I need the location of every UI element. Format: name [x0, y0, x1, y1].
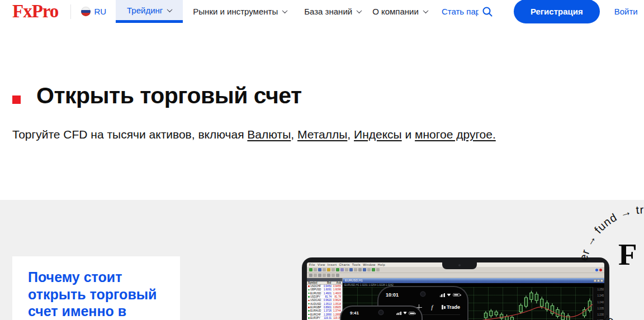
ohlc-readout: EURUSD,H1 1.0231 1.0254 1.0228 1.0242: [343, 283, 604, 287]
wifi-icon: [447, 294, 451, 297]
fxpro-watermark-letter: F: [618, 239, 637, 270]
trade-label: Trade: [447, 304, 460, 310]
link-indices[interactable]: Индексы: [354, 128, 402, 141]
wifi-icon: [403, 312, 407, 314]
status-icons: [440, 293, 460, 297]
battery-icon: [409, 312, 415, 315]
status-icons: [396, 312, 415, 315]
nav-item-trading[interactable]: Трейдинг: [116, 0, 183, 23]
partner-link[interactable]: Стать пар: [442, 7, 479, 16]
laptop-camera-notch: [442, 262, 477, 269]
phone-clock: 10:01: [386, 292, 399, 298]
nav-divider: [70, 4, 71, 19]
fxpro-logo[interactable]: FxPro: [12, 0, 58, 23]
objects-icon: [442, 305, 446, 309]
page: FxPro RU Трейдинг Рынки и инструменты Ба…: [0, 0, 644, 320]
window-buttons: [594, 278, 603, 283]
nav-item-knowledge[interactable]: База знаний: [304, 0, 361, 23]
market-watch-panel: SymbolBidAsk USDCHF0.94500.9455GBPUSD1.6…: [307, 278, 343, 320]
indicator-icon: f: [431, 304, 433, 311]
language-label: RU: [94, 7, 106, 16]
mt4-toolbar-right-icons: [595, 269, 602, 271]
link-metals[interactable]: Металлы: [297, 128, 347, 141]
signal-icon: [396, 312, 401, 315]
why-fxpro-card: Почему стоит открыть торговый счет именн…: [12, 256, 180, 320]
signal-icon: [440, 293, 445, 297]
page-subtitle: Торгуйте CFD на тысячи активов, включая …: [12, 127, 636, 142]
register-button[interactable]: Регистрация: [514, 0, 600, 23]
login-link[interactable]: Войти: [614, 7, 638, 16]
search-button[interactable]: [481, 6, 494, 18]
chevron-down-icon: [282, 8, 288, 13]
red-square-bullet: [12, 95, 21, 104]
phone-mockup-front: 9:41: [340, 305, 423, 320]
link-much-more[interactable]: многое другое.: [415, 128, 496, 141]
search-icon: [481, 6, 494, 18]
page-title: Открыть торговый счет: [36, 83, 302, 109]
language-switcher[interactable]: RU: [78, 7, 106, 16]
nav-item-markets[interactable]: Рынки и инструменты: [193, 0, 287, 23]
card-title: Почему стоит открыть торговый счет именн…: [28, 269, 162, 320]
market-watch-rows: USDCHF0.94500.9455GBPUSD1.60911.6096EURU…: [307, 285, 342, 320]
link-currencies[interactable]: Валюты: [247, 128, 291, 141]
chart-titlebar: EURUSD,H1: [343, 278, 604, 283]
page-title-block: Открыть торговый счет: [12, 83, 302, 109]
chevron-down-icon: [423, 8, 428, 13]
chevron-down-icon: [167, 7, 173, 12]
russia-flag-icon: [81, 7, 91, 16]
mt4-toolbar-2: [307, 273, 604, 278]
price-scale: 1.2501.2451.2401.2351.2301.225: [593, 287, 604, 320]
phone-clock: 9:41: [350, 311, 359, 316]
camera-hole-icon: [379, 311, 383, 314]
top-navigation: FxPro RU Трейдинг Рынки и инструменты Ба…: [0, 0, 644, 23]
chevron-down-icon: [357, 8, 362, 13]
nav-item-company[interactable]: О компании: [372, 0, 428, 23]
battery-icon: [453, 293, 460, 297]
camera-hole-icon: [421, 292, 425, 296]
promo-section: Почему стоит открыть торговый счет именн…: [0, 200, 644, 320]
